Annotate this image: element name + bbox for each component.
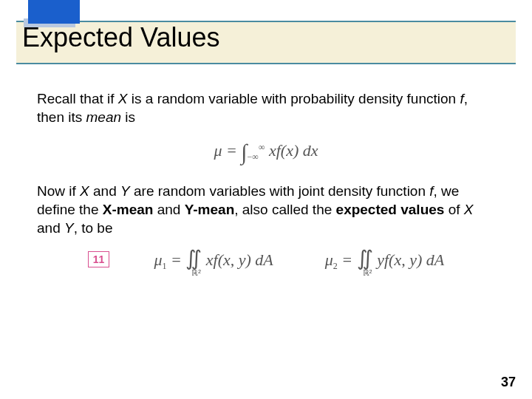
var-x: X bbox=[118, 91, 128, 106]
expected-values: expected values bbox=[336, 202, 445, 217]
sub1: 1 bbox=[162, 262, 166, 272]
var-y: Y bbox=[120, 183, 130, 199]
decor-blue-box bbox=[28, 0, 80, 24]
text: of bbox=[444, 202, 463, 217]
content-area: Recall that if X is a random variable wi… bbox=[0, 66, 532, 273]
text: and bbox=[153, 202, 184, 217]
text: is a random variable with probability de… bbox=[128, 91, 460, 106]
integrand: xf(x, y) dA bbox=[202, 250, 273, 269]
paragraph-2: Now if X and Y are random variables with… bbox=[37, 183, 495, 237]
text: are random variables with joint density … bbox=[130, 183, 430, 199]
paragraph-1: Recall that if X is a random variable wi… bbox=[37, 90, 495, 126]
page-number: 37 bbox=[501, 375, 516, 390]
var-x: X bbox=[464, 202, 474, 217]
text: and bbox=[89, 183, 120, 199]
sub2: 2 bbox=[333, 262, 338, 272]
y-mean: Y-mean bbox=[185, 202, 235, 217]
region: ℝ² bbox=[191, 268, 201, 278]
x-mean: X-mean bbox=[103, 202, 154, 217]
text: , to be bbox=[74, 220, 113, 236]
word-mean: mean bbox=[86, 109, 122, 125]
text: , also called the bbox=[234, 202, 335, 217]
equation-1: μ = ∫−∞∞ xf(x) dx bbox=[37, 140, 495, 165]
page-title: Expected Values bbox=[22, 22, 220, 53]
limit-hi: ∞ bbox=[259, 142, 265, 152]
equation-row: 11 μ1 = ∬ℝ² xf(x, y) dA μ2 = ∬ℝ² yf(x, y… bbox=[37, 246, 495, 272]
integrand: yf(x, y) dA bbox=[373, 250, 445, 269]
text: and bbox=[37, 220, 64, 236]
mu: μ bbox=[325, 250, 333, 269]
equation-badge: 11 bbox=[88, 251, 110, 267]
var-y: Y bbox=[64, 220, 74, 236]
text: is bbox=[121, 109, 135, 125]
equation-2a: μ1 = ∬ℝ² xf(x, y) dA bbox=[154, 246, 273, 272]
text: Now if bbox=[37, 183, 80, 199]
var-x: X bbox=[80, 183, 89, 199]
text: Recall that if bbox=[37, 91, 118, 106]
equation-2b: μ2 = ∬ℝ² yf(x, y) dA bbox=[325, 246, 444, 272]
region: ℝ² bbox=[363, 268, 372, 278]
mu: μ bbox=[154, 250, 162, 269]
slide-header: Expected Values bbox=[0, 0, 532, 66]
limit-lo: −∞ bbox=[248, 152, 259, 163]
